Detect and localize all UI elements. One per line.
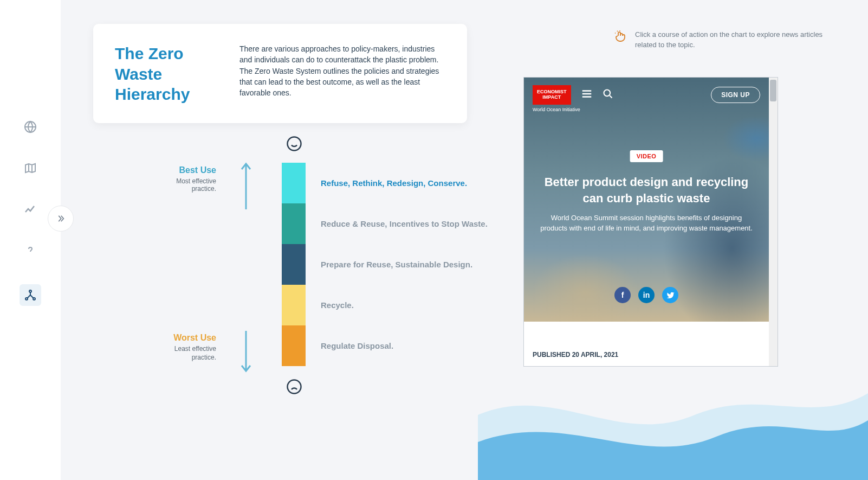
main-area: The Zero Waste Hierarchy There are vario… <box>61 0 868 480</box>
search-icon[interactable] <box>603 88 613 101</box>
hierarchy-bar-labels: Refuse, Rethink, Redesign, Conserve.Redu… <box>321 163 488 366</box>
tap-icon <box>613 30 626 43</box>
twitter-icon[interactable] <box>662 287 678 303</box>
article-embed[interactable]: ECONOMIST IMPACT SIGN UP World Ocean Ini… <box>523 77 778 367</box>
scrollbar-thumb[interactable] <box>770 80 776 101</box>
svg-point-4 <box>288 137 301 151</box>
best-use-title: Best Use <box>151 165 216 175</box>
economist-logo[interactable]: ECONOMIST IMPACT <box>533 85 571 105</box>
worst-use-label: Worst Use Least effective practice. <box>151 333 216 362</box>
hero-title: The Zero Waste Hierarchy <box>115 43 223 105</box>
sidebar <box>0 0 61 480</box>
frown-icon <box>286 379 302 395</box>
trend-icon[interactable] <box>23 202 38 217</box>
video-tag: VIDEO <box>630 150 663 162</box>
article-headline: Better product design and recycling can … <box>537 174 756 206</box>
hierarchy-label-4[interactable]: Regulate Disposal. <box>321 325 488 366</box>
subbrand-text: World Ocean Initiative <box>533 107 580 112</box>
article-hero: ECONOMIST IMPACT SIGN UP World Ocean Ini… <box>524 78 769 322</box>
help-icon[interactable] <box>23 243 38 258</box>
linkedin-icon[interactable]: in <box>638 287 655 303</box>
hero-card: The Zero Waste Hierarchy There are vario… <box>93 24 467 123</box>
hierarchy-bars <box>282 163 306 366</box>
brand-line2: IMPACT <box>537 95 567 100</box>
hierarchy-bar-3[interactable] <box>282 285 306 325</box>
embed-topbar: ECONOMIST IMPACT SIGN UP <box>533 85 760 105</box>
hint-text: Click a course of action on the chart to… <box>635 30 835 50</box>
svg-point-5 <box>288 380 301 394</box>
hamburger-icon[interactable] <box>581 88 593 102</box>
best-use-label: Best Use Most effective practice. <box>151 165 216 193</box>
arrow-up-icon <box>239 162 252 210</box>
smile-icon <box>286 136 302 152</box>
hero-description: There are various approaches to policy-m… <box>239 43 445 105</box>
sidebar-expand-toggle[interactable] <box>48 206 74 232</box>
svg-point-1 <box>29 290 31 292</box>
hierarchy-bar-0[interactable] <box>282 163 306 203</box>
worst-use-title: Worst Use <box>151 333 216 343</box>
signup-button[interactable]: SIGN UP <box>711 87 760 103</box>
hierarchy-label-1[interactable]: Reduce & Reuse, Incentives to Stop Waste… <box>321 203 488 244</box>
hierarchy-label-3[interactable]: Recycle. <box>321 285 488 325</box>
svg-point-6 <box>604 89 610 96</box>
map-icon[interactable] <box>23 161 38 176</box>
hierarchy-bar-1[interactable] <box>282 203 306 244</box>
article-subheadline: World Ocean Summit session highlights be… <box>539 213 754 234</box>
hierarchy-label-0[interactable]: Refuse, Rethink, Redesign, Conserve. <box>321 163 488 203</box>
facebook-icon[interactable]: f <box>614 287 631 303</box>
arrow-down-icon <box>239 330 252 373</box>
best-use-subtitle: Most effective practice. <box>151 177 216 193</box>
hierarchy-label-2[interactable]: Prepare for Reuse, Sustainable Design. <box>321 244 488 285</box>
embed-scrollbar[interactable] <box>769 78 778 366</box>
globe-icon[interactable] <box>23 119 38 135</box>
article-published: PUBLISHED 20 APRIL, 2021 <box>533 351 618 359</box>
social-share: f in <box>614 287 678 303</box>
hint-box: Click a course of action on the chart to… <box>613 30 835 50</box>
hierarchy-bar-4[interactable] <box>282 325 306 366</box>
hierarchy-icon[interactable] <box>20 284 41 306</box>
hierarchy-bar-2[interactable] <box>282 244 306 285</box>
worst-use-subtitle: Least effective practice. <box>151 345 216 362</box>
